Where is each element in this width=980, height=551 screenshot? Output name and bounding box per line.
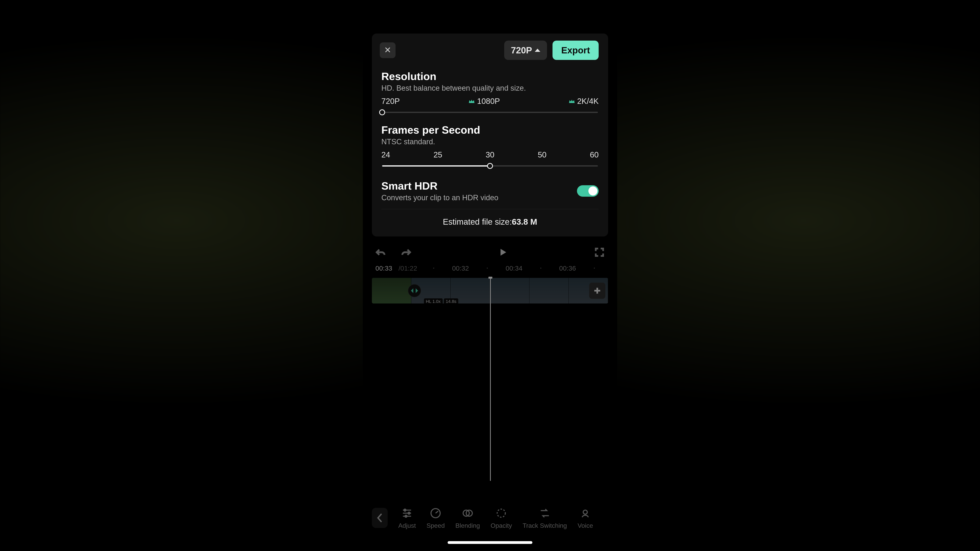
editor-transport	[372, 242, 608, 262]
resolution-dropdown[interactable]: 720P	[504, 41, 547, 60]
fps-option-30[interactable]: 30	[486, 150, 495, 159]
editor-backdrop: 00:33/01:22 · 00:32 · 00:34 · 00:36 ·	[372, 242, 608, 551]
resolution-option-720p[interactable]: 720P	[381, 97, 400, 106]
ruler-dot: ·	[477, 264, 498, 273]
fullscreen-button[interactable]	[593, 246, 605, 258]
ruler-dot: ·	[584, 264, 605, 273]
fps-option-label: 30	[486, 150, 495, 159]
transition-badge[interactable]	[408, 284, 421, 297]
ruler-label: 00:34	[506, 264, 522, 272]
opacity-icon	[494, 506, 508, 520]
tool-adjust[interactable]: Adjust	[398, 506, 416, 529]
hdr-title: Smart HDR	[381, 180, 498, 192]
fps-option-25[interactable]: 25	[433, 150, 442, 159]
clip-chip-duration: 14.8s	[444, 299, 458, 303]
crown-icon	[468, 99, 475, 104]
tool-voice[interactable]: Voice	[578, 506, 593, 529]
ruler-label: 00:32	[452, 264, 469, 272]
slider-track	[382, 112, 598, 113]
fps-option-label: 50	[538, 150, 547, 159]
clip-chip-speed: HL 1.0x	[424, 299, 443, 303]
tool-label: Voice	[578, 522, 593, 529]
ruler-label: 00:36	[559, 264, 576, 272]
track-switching-icon	[538, 506, 552, 520]
fps-section: Frames per Second NTSC standard. 24 25 3…	[372, 121, 608, 174]
home-indicator	[448, 541, 532, 544]
export-button-label: Export	[561, 45, 590, 56]
fps-option-label: 24	[381, 150, 390, 159]
slider-knob[interactable]	[379, 110, 385, 115]
ruler-mark: 00:34	[504, 264, 524, 272]
hdr-text: Smart HDR Converts your clip to an HDR v…	[381, 180, 498, 202]
svg-point-1	[408, 512, 410, 514]
clip-1[interactable]	[372, 278, 411, 303]
header-right-group: 720P Export	[504, 41, 599, 60]
ruler-mark: 00:36	[557, 264, 578, 272]
blending-icon	[461, 506, 475, 520]
tool-opacity[interactable]: Opacity	[491, 506, 512, 529]
fps-tick-row: 24 25 30 50 60	[381, 150, 599, 159]
close-button[interactable]	[380, 42, 396, 58]
time-current: 00:33	[375, 264, 392, 272]
fps-option-50[interactable]: 50	[538, 150, 547, 159]
fps-option-label: 25	[433, 150, 442, 159]
editor-time-row: 00:33/01:22 · 00:32 · 00:34 · 00:36 ·	[372, 262, 608, 278]
play-button[interactable]	[497, 246, 509, 258]
bottom-toolstrip: Adjust Speed Blending Opacity Track Swit…	[372, 506, 608, 529]
hdr-row: Smart HDR Converts your clip to an HDR v…	[372, 174, 608, 209]
crown-icon	[568, 99, 575, 104]
svg-point-7	[583, 510, 587, 514]
resolution-tick-row: 720P 1080P 2K/4K	[381, 97, 599, 106]
clip-info-chips: HL 1.0x 14.8s	[424, 299, 458, 303]
hdr-toggle[interactable]	[577, 185, 599, 197]
svg-point-2	[405, 515, 407, 517]
tool-label: Adjust	[398, 522, 416, 529]
caret-up-icon	[535, 49, 540, 52]
undo-button[interactable]	[375, 246, 387, 258]
clip-5[interactable]	[530, 278, 569, 303]
resolution-option-label: 1080P	[477, 97, 500, 106]
resolution-chip-label: 720P	[511, 45, 532, 56]
resolution-option-2k4k[interactable]: 2K/4K	[568, 97, 599, 106]
close-icon	[384, 46, 391, 54]
voice-icon	[578, 506, 592, 520]
time-total: 01:22	[401, 264, 417, 272]
estimated-size-label: Estimated file size:	[443, 217, 512, 226]
resolution-slider[interactable]	[382, 109, 598, 116]
fps-option-24[interactable]: 24	[381, 150, 390, 159]
resolution-subtitle: HD. Best balance between quality and siz…	[381, 84, 599, 92]
export-settings-panel: 720P Export Resolution HD. Best balance …	[372, 33, 608, 237]
tool-label: Opacity	[491, 522, 512, 529]
add-clip-button[interactable]	[589, 283, 605, 299]
fps-subtitle: NTSC standard.	[381, 138, 599, 146]
hdr-subtitle: Converts your clip to an HDR video	[381, 194, 498, 202]
tool-label: Track Switching	[523, 522, 567, 529]
svg-point-0	[404, 509, 406, 511]
tool-track-switching[interactable]: Track Switching	[523, 506, 567, 529]
speed-icon	[429, 506, 442, 520]
tool-blending[interactable]: Blending	[455, 506, 480, 529]
editor-history-icons	[375, 246, 412, 258]
ruler-dot: ·	[531, 264, 551, 273]
timeline-wrap: HL 1.0x 14.8s	[372, 278, 608, 303]
export-button[interactable]: Export	[552, 41, 599, 60]
estimated-size-value: 63.8 M	[512, 217, 537, 226]
slider-knob[interactable]	[487, 163, 493, 169]
redo-button[interactable]	[400, 246, 412, 258]
fps-slider[interactable]	[382, 162, 598, 170]
resolution-option-1080p[interactable]: 1080P	[468, 97, 500, 106]
estimated-size-row: Estimated file size:63.8 M	[372, 209, 608, 237]
svg-point-6	[497, 509, 505, 517]
resolution-section: Resolution HD. Best balance between qual…	[372, 67, 608, 121]
tool-speed[interactable]: Speed	[426, 506, 445, 529]
resolution-title: Resolution	[381, 70, 599, 83]
playhead[interactable]	[490, 278, 491, 481]
toolstrip-back-button[interactable]	[372, 508, 388, 528]
panel-header: 720P Export	[372, 33, 608, 67]
resolution-option-label: 720P	[381, 97, 400, 106]
slider-fill	[382, 165, 490, 167]
fps-option-60[interactable]: 60	[590, 150, 599, 159]
tool-label: Blending	[455, 522, 480, 529]
clip-4[interactable]	[490, 278, 530, 303]
phone-viewport: 720P Export Resolution HD. Best balance …	[363, 0, 617, 551]
